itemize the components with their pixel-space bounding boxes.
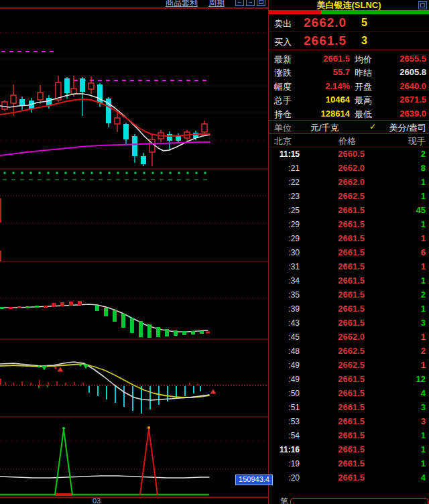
unit-usd[interactable]: 美分/盎司 (389, 122, 426, 134)
table-row: :392661.51 (269, 302, 429, 316)
toolbar-link-arbitrage[interactable]: 商品套利 (166, 0, 198, 8)
table-row: :312661.51 (269, 259, 429, 273)
tape-header-qty: 现手 (408, 135, 426, 147)
unit-row[interactable]: 单位 元/千克 ✓ 美分/盎司 (269, 120, 429, 134)
price-chart-canvas[interactable]: 03 (0, 0, 268, 504)
tape-qty: 3 (365, 318, 429, 328)
tape-price: 2660.5 (300, 149, 365, 159)
candlesticks (2, 76, 207, 166)
tape-time: :21 (269, 164, 300, 173)
tape-time: :39 (269, 304, 300, 314)
tape-time: :43 (269, 318, 300, 328)
window-icon[interactable] (257, 0, 265, 6)
tape-time: :49 (269, 361, 300, 370)
stat-value: 55.7 (333, 67, 350, 77)
signal-dot-rows (3, 172, 207, 181)
tape-time: :23 (269, 192, 300, 201)
stat-label: 最高 (355, 94, 372, 107)
bottom-tab-bar: 笔 (269, 495, 429, 504)
tab-frame[interactable] (290, 498, 428, 504)
tape-time: :54 (269, 431, 300, 440)
unit-cny[interactable]: 元/千克 (310, 122, 339, 134)
table-row: :222662.01 (269, 175, 429, 189)
stat-value: 128614 (321, 109, 350, 119)
svg-text:03: 03 (93, 497, 101, 504)
panel-window-icon[interactable] (418, 1, 427, 9)
tape-price: 2662.5 (300, 360, 365, 370)
tape-price: 2662.0 (300, 332, 365, 342)
tape-price: 2661.5 (300, 374, 365, 384)
ask-qty: 5 (361, 17, 367, 29)
stat-value: 2640.0 (400, 81, 426, 91)
tape-qty: 45 (365, 205, 429, 215)
tape-price: 2662.5 (300, 191, 365, 201)
table-row: :292661.51 (269, 231, 429, 245)
stats-row: 最新2661.5均价2655.5 (269, 52, 429, 65)
stat-value: 2661.5 (323, 54, 350, 64)
axis-labels: 03 (93, 497, 101, 504)
toolbar-link-period[interactable]: 周期 (208, 0, 225, 8)
tape-time: :19 (269, 459, 300, 468)
ma-magenta (0, 142, 210, 155)
tape-qty: 1 (365, 177, 429, 187)
table-row: :492662.51 (269, 358, 429, 372)
tape-price: 2661.5 (300, 219, 365, 229)
tape-time: :30 (269, 248, 300, 257)
tape-price: 2662.0 (300, 177, 365, 187)
bid-label: 买入 (274, 36, 292, 48)
tab-transactions[interactable]: 笔 (280, 496, 288, 504)
back-arrow-icon[interactable]: ← (235, 0, 244, 6)
tape-qty: 2 (365, 290, 429, 300)
tape-qty: 1 (365, 261, 429, 271)
bid-row[interactable]: 买入 2661.5 3 (269, 32, 429, 50)
ask-price: 2662.0 (304, 15, 347, 30)
table-row: :452662.01 (269, 330, 429, 344)
tape-qty: 1 (365, 275, 429, 286)
oscillator-indicator (0, 362, 268, 414)
table-row: :352661.52 (269, 288, 429, 302)
ask-row[interactable]: 卖出 2662.0 5 (269, 14, 429, 32)
stat-value: 2.14% (325, 81, 350, 91)
tape-price: 2661.5 (300, 261, 365, 271)
forward-arrow-icon[interactable]: → (246, 0, 255, 6)
tape-price: 2661.5 (300, 458, 365, 468)
tape-rows: 11:152660.52:212662.08:222662.01:232662.… (269, 147, 429, 486)
table-row: :482662.52 (269, 344, 429, 358)
tape-qty: 1 (365, 332, 429, 342)
tape-time: :22 (269, 178, 300, 187)
stats-row: 总手10464最高2671.5 (269, 92, 429, 106)
stat-value: 2605.8 (400, 67, 426, 77)
instrument-title: 美白银连(SLNC) (269, 0, 429, 10)
table-row: :532661.53 (269, 414, 429, 428)
tape-time: 11:16 (269, 445, 300, 454)
table-row: :342661.51 (269, 273, 429, 288)
stat-value: 10464 (326, 94, 350, 105)
tape-price: 2661.5 (300, 205, 365, 215)
tape-qty: 1 (365, 360, 429, 370)
tape-time: :20 (269, 473, 300, 483)
tape-qty: 1 (365, 430, 429, 440)
stats-row: 涨跌55.7昨结2605.8 (269, 65, 429, 78)
tape-qty: 2 (365, 346, 429, 356)
tape-qty: 1 (365, 191, 429, 201)
tape-qty: 6 (365, 247, 429, 257)
stats-grid: 最新2661.5均价2655.5涨跌55.7昨结2605.8幅度2.14%开盘2… (269, 52, 429, 120)
gridlines (0, 8, 268, 497)
stat-label: 持仓 (274, 109, 292, 121)
tape-time: :35 (269, 290, 300, 300)
reference-dashed-lines (1, 52, 210, 80)
stat-label: 均价 (355, 54, 372, 66)
table-row: :232662.51 (269, 189, 429, 203)
stat-label: 涨跌 (274, 67, 292, 79)
ask-label: 卖出 (274, 18, 292, 30)
check-icon: ✓ (369, 122, 376, 131)
tape-qty: 2 (365, 149, 429, 159)
tape-qty: 3 (365, 416, 429, 426)
tape-time: :34 (269, 276, 300, 286)
tape-price: 2661.5 (300, 318, 365, 328)
unit-label: 单位 (274, 122, 292, 134)
tape-price: 2661.5 (300, 247, 365, 257)
tape-time: :45 (269, 332, 300, 342)
stats-row: 幅度2.14%开盘2640.0 (269, 79, 429, 92)
chart-area[interactable]: 商品套利 周期 ← → 03 150943.4 (0, 0, 268, 504)
